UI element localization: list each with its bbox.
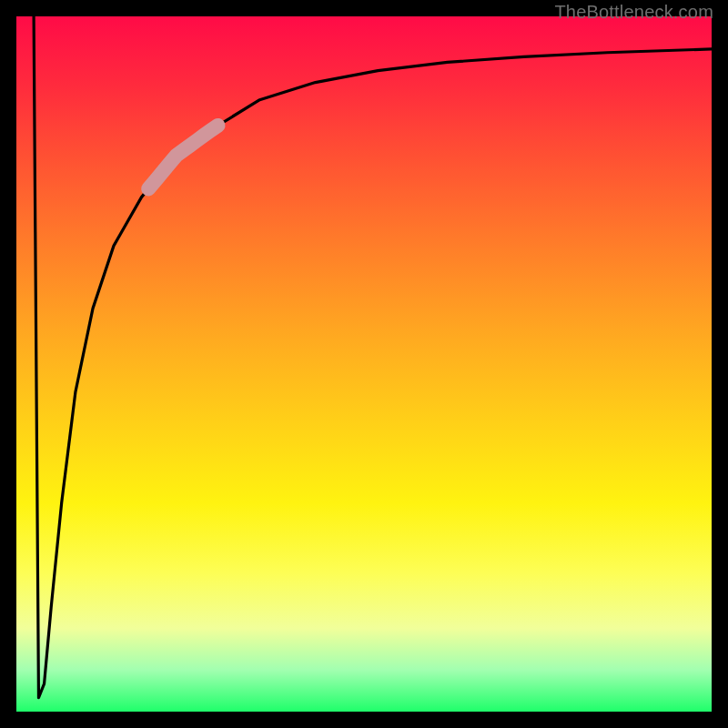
chart-container: TheBottleneck.com <box>0 0 728 728</box>
plot-background-gradient <box>16 16 712 712</box>
watermark-label: TheBottleneck.com <box>554 2 713 23</box>
